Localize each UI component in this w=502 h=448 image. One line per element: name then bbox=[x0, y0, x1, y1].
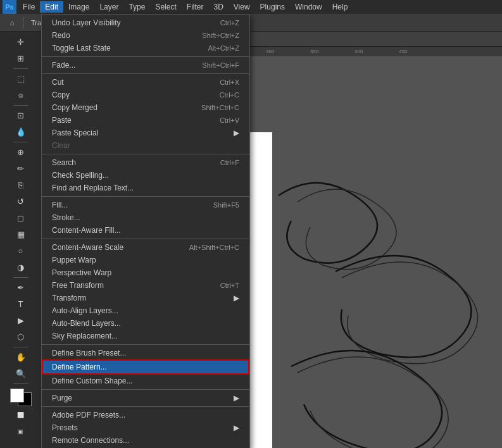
menu-paste[interactable]: Paste Ctrl+V bbox=[42, 114, 249, 127]
menu-file[interactable]: File bbox=[18, 1, 40, 13]
menu-stroke[interactable]: Stroke... bbox=[42, 211, 249, 224]
menu-fade[interactable]: Fade... Shift+Ctrl+F bbox=[42, 59, 249, 72]
menu-select[interactable]: Select bbox=[150, 1, 181, 13]
define-brush-label: Define Brush Preset... bbox=[52, 349, 126, 358]
healing-brush-tool[interactable]: ⊕ bbox=[11, 144, 30, 160]
paste-shortcut: Ctrl+V bbox=[220, 116, 239, 124]
menu-define-custom-shape[interactable]: Define Custom Shape... bbox=[42, 375, 249, 387]
purge-label: Purge bbox=[52, 394, 72, 402]
move-tool[interactable]: ✛ bbox=[11, 34, 30, 50]
eraser-tool[interactable]: ◻ bbox=[11, 210, 30, 226]
menu-filter[interactable]: Filter bbox=[182, 1, 209, 13]
menu-toggle-last-state[interactable]: Toggle Last State Alt+Ctrl+Z bbox=[42, 42, 249, 54]
find-replace-label: Find and Replace Text... bbox=[52, 184, 134, 192]
undo-shortcut: Ctrl+Z bbox=[220, 19, 239, 27]
text-tool[interactable]: T bbox=[11, 296, 30, 312]
menu-image[interactable]: Image bbox=[63, 1, 94, 13]
menu-define-brush-preset[interactable]: Define Brush Preset... bbox=[42, 347, 249, 359]
edit-menu-dropdown: Undo Layer Visibility Ctrl+Z Redo Shift+… bbox=[41, 14, 250, 448]
tool-sep5 bbox=[13, 347, 28, 347]
gradient-tool[interactable]: ▦ bbox=[11, 227, 30, 242]
menu-copy-merged[interactable]: Copy Merged Shift+Ctrl+C bbox=[42, 101, 249, 114]
lasso-tool[interactable]: ⌾ bbox=[11, 87, 30, 103]
menu-plugins[interactable]: Plugins bbox=[255, 1, 290, 13]
menu-clear[interactable]: Clear bbox=[42, 139, 249, 152]
menu-view[interactable]: View bbox=[229, 1, 255, 13]
quick-mask-btn[interactable]: ⬜ bbox=[11, 407, 30, 423]
fill-label: Fill... bbox=[52, 201, 68, 209]
menu-auto-align-layers[interactable]: Auto-Align Layers... bbox=[42, 304, 249, 317]
screen-mode-btn[interactable]: ▣ bbox=[11, 423, 30, 439]
color-swatches[interactable] bbox=[10, 389, 32, 406]
path-selection-tool[interactable]: ▶ bbox=[11, 313, 30, 328]
perspective-warp-label: Perspective Warp bbox=[52, 268, 111, 277]
paste-label: Paste bbox=[52, 116, 72, 125]
menu-content-aware-fill[interactable]: Content-Aware Fill... bbox=[42, 224, 249, 237]
menu-paste-special[interactable]: Paste Special ▶ bbox=[42, 127, 249, 139]
menu-perspective-warp[interactable]: Perspective Warp bbox=[42, 266, 249, 279]
check-spelling-label: Check Spelling... bbox=[52, 171, 109, 180]
cut-shortcut: Ctrl+X bbox=[220, 78, 239, 86]
paste-special-label: Paste Special bbox=[52, 128, 98, 137]
menu-purge[interactable]: Purge ▶ bbox=[42, 392, 249, 404]
menu-remote-connections[interactable]: Remote Connections... bbox=[42, 434, 249, 447]
redo-shortcut: Shift+Ctrl+Z bbox=[202, 32, 239, 39]
menu-adobe-pdf-presets[interactable]: Adobe PDF Presets... bbox=[42, 409, 249, 421]
menu-edit[interactable]: Edit bbox=[40, 1, 63, 13]
menu-3d[interactable]: 3D bbox=[208, 1, 228, 13]
clone-tool[interactable]: ⎘ bbox=[11, 177, 30, 193]
sky-replacement-label: Sky Replacement... bbox=[52, 332, 118, 340]
options-home-btn[interactable]: ⌂ bbox=[5, 16, 19, 30]
content-aware-scale-shortcut: Alt+Shift+Ctrl+C bbox=[189, 244, 239, 251]
copy-label: Copy bbox=[52, 90, 70, 99]
menu-undo-layer-visibility[interactable]: Undo Layer Visibility Ctrl+Z bbox=[42, 16, 249, 29]
history-brush-tool[interactable]: ↺ bbox=[11, 194, 30, 209]
transform-label: Transform bbox=[52, 294, 86, 302]
shape-tool[interactable]: ⬡ bbox=[11, 329, 30, 345]
brush-tool[interactable]: ✏ bbox=[11, 161, 30, 177]
crop-tool[interactable]: ⊡ bbox=[11, 108, 30, 123]
hand-tool[interactable]: ✋ bbox=[11, 349, 30, 365]
pen-tool[interactable]: ✒ bbox=[11, 280, 30, 296]
menu-search[interactable]: Search Ctrl+F bbox=[42, 156, 249, 169]
menu-find-replace[interactable]: Find and Replace Text... bbox=[42, 182, 249, 194]
menu-puppet-warp[interactable]: Puppet Warp bbox=[42, 254, 249, 266]
menu-type[interactable]: Type bbox=[123, 1, 150, 13]
menu-auto-blend-layers[interactable]: Auto-Blend Layers... bbox=[42, 317, 249, 330]
eyedropper-tool[interactable]: 💧 bbox=[11, 124, 30, 140]
menu-sep7 bbox=[42, 389, 249, 390]
menu-copy[interactable]: Copy Ctrl+C bbox=[42, 89, 249, 101]
free-transform-shortcut: Ctrl+T bbox=[220, 282, 239, 289]
clear-label: Clear bbox=[52, 141, 70, 150]
menu-free-transform[interactable]: Free Transform Ctrl+T bbox=[42, 279, 249, 292]
marquee-tool[interactable]: ⬚ bbox=[11, 71, 30, 87]
artboard-tool[interactable]: ⊞ bbox=[11, 51, 30, 66]
free-transform-label: Free Transform bbox=[52, 281, 104, 290]
copy-merged-label: Copy Merged bbox=[52, 103, 97, 112]
menu-window[interactable]: Window bbox=[290, 1, 327, 13]
content-aware-fill-label: Content-Aware Fill... bbox=[52, 226, 121, 235]
adobe-pdf-label: Adobe PDF Presets... bbox=[52, 411, 125, 420]
options-sep1 bbox=[23, 17, 24, 28]
menu-transform[interactable]: Transform ▶ bbox=[42, 292, 249, 304]
auto-blend-label: Auto-Blend Layers... bbox=[52, 319, 121, 328]
blur-tool[interactable]: ○ bbox=[11, 243, 30, 259]
menu-define-pattern[interactable]: Define Pattern... bbox=[42, 359, 249, 375]
zoom-tool[interactable]: 🔍 bbox=[11, 366, 30, 382]
toggle-shortcut: Alt+Ctrl+Z bbox=[208, 44, 239, 52]
menu-help[interactable]: Help bbox=[327, 1, 353, 13]
dodge-tool[interactable]: ◑ bbox=[11, 259, 30, 275]
menu-redo[interactable]: Redo Shift+Ctrl+Z bbox=[42, 29, 249, 42]
menu-sky-replacement[interactable]: Sky Replacement... bbox=[42, 330, 249, 342]
menu-presets[interactable]: Presets ▶ bbox=[42, 421, 249, 434]
menu-content-aware-scale[interactable]: Content-Aware Scale Alt+Shift+Ctrl+C bbox=[42, 241, 249, 254]
foreground-color-swatch[interactable] bbox=[10, 389, 24, 402]
menu-fill[interactable]: Fill... Shift+F5 bbox=[42, 199, 249, 211]
menu-layer[interactable]: Layer bbox=[94, 1, 123, 13]
toggle-label: Toggle Last State bbox=[52, 44, 111, 53]
menu-check-spelling[interactable]: Check Spelling... bbox=[42, 169, 249, 182]
content-aware-scale-label: Content-Aware Scale bbox=[52, 243, 123, 252]
presets-label: Presets bbox=[52, 423, 78, 432]
menu-sep5 bbox=[42, 239, 249, 239]
menu-cut[interactable]: Cut Ctrl+X bbox=[42, 76, 249, 89]
